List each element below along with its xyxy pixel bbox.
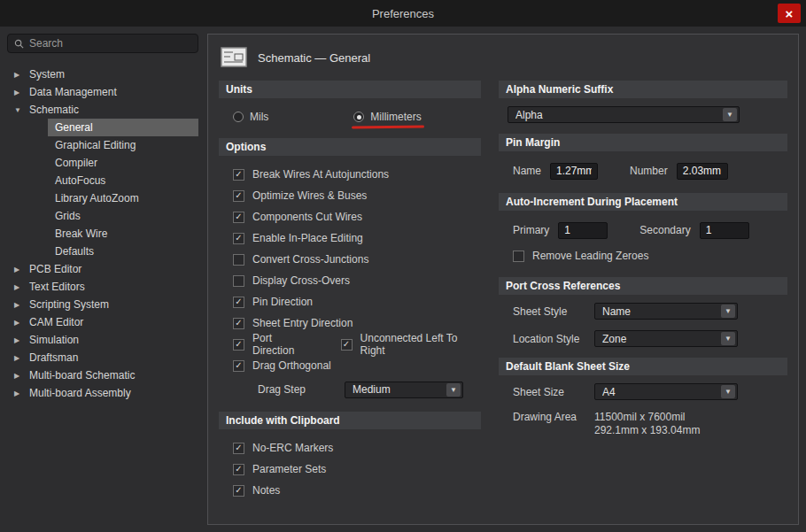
sidebar-item-pcb-editor[interactable]: ▶ PCB Editor: [7, 260, 198, 278]
checkbox-icon: [233, 275, 244, 287]
sheet-size-row: Sheet Size A4 ▼: [499, 383, 787, 400]
checkbox-remove-leading-zeroes[interactable]: Remove Leading Zeroes: [499, 245, 787, 266]
sidebar-item-data-management[interactable]: ▶ Data Management: [7, 83, 198, 101]
checkbox-icon: ✓: [233, 485, 244, 497]
checkbox-icon: ✓: [233, 297, 244, 308]
chevron-right-icon[interactable]: ▶: [14, 266, 23, 274]
pin-margin-row: Name Number: [499, 159, 787, 182]
checkbox-break-wires-at-autojunctions[interactable]: ✓ Break Wires At Autojunctions: [219, 164, 481, 185]
schematic-icon: [221, 47, 247, 68]
preferences-dialog: ▶ System ▶ Data Management ▼ Schematic G…: [0, 27, 806, 532]
chevron-right-icon[interactable]: ▶: [14, 372, 23, 380]
search-icon: [14, 39, 24, 49]
search-box[interactable]: [7, 34, 198, 53]
close-button[interactable]: ×: [778, 4, 801, 23]
checkbox-port-direction[interactable]: ✓ Port Direction ✓ Unconnected Left To R…: [219, 334, 481, 355]
radio-millimeters[interactable]: Millimeters: [353, 111, 421, 123]
checkbox-pin-direction[interactable]: ✓ Pin Direction: [219, 291, 481, 312]
checkbox-display-cross-overs[interactable]: Display Cross-Overs: [219, 270, 481, 291]
sidebar-item-cam-editor[interactable]: ▶ CAM Editor: [7, 313, 198, 331]
sidebar-item-label: Text Editors: [29, 281, 85, 293]
checkbox-convert-cross-junctions[interactable]: Convert Cross-Junctions: [219, 249, 481, 270]
sheet-style-select[interactable]: Name ▼: [594, 303, 738, 320]
chevron-right-icon[interactable]: ▶: [14, 89, 23, 96]
sidebar-item-scripting-system[interactable]: ▶ Scripting System: [7, 296, 198, 313]
sidebar-item-simulation[interactable]: ▶ Simulation: [7, 331, 198, 349]
sidebar-item-multi-board-assembly[interactable]: ▶ Multi-board Assembly: [7, 384, 198, 402]
chevron-down-icon[interactable]: ▼: [14, 106, 23, 114]
secondary-field[interactable]: [700, 222, 749, 239]
sidebar-item-grids[interactable]: Grids: [48, 207, 198, 225]
primary-label: Primary: [513, 224, 549, 236]
checkbox-label: Pin Direction: [252, 296, 313, 308]
radio-label: Mils: [250, 111, 268, 123]
drag-step-select[interactable]: Medium ▼: [345, 382, 463, 398]
radio-icon: [353, 112, 364, 122]
primary-field[interactable]: [558, 222, 608, 239]
checkbox-optimize-wires-buses[interactable]: ✓ Optimize Wires & Buses: [219, 185, 481, 206]
chevron-right-icon[interactable]: ▶: [14, 354, 23, 362]
sidebar-item-general[interactable]: General: [48, 119, 198, 136]
checkbox-no-erc-markers[interactable]: ✓ No-ERC Markers: [219, 437, 481, 459]
checkbox-icon: ✓: [233, 339, 244, 351]
alpha-suffix-select[interactable]: Alpha ▼: [508, 106, 740, 123]
chevron-right-icon[interactable]: ▶: [14, 71, 23, 79]
section-header-auto-increment: Auto-Increment During Placement: [499, 193, 787, 211]
content-panel: Schematic — General Units Mils Millimete…: [207, 34, 799, 525]
section-header-pin-margin: Pin Margin: [499, 134, 787, 151]
sidebar-item-text-editors[interactable]: ▶ Text Editors: [7, 278, 198, 296]
checkbox-icon: ✓: [233, 190, 244, 202]
checkbox-sheet-entry-direction[interactable]: ✓ Sheet Entry Direction: [219, 312, 481, 334]
location-style-row: Location Style Zone ▼: [499, 330, 787, 347]
window-title: Preferences: [372, 7, 434, 20]
radio-icon: [233, 112, 244, 122]
sidebar-item-break-wire[interactable]: Break Wire: [48, 225, 198, 243]
sheet-style-value: Name: [602, 305, 721, 318]
sidebar-item-library-autozoom[interactable]: Library AutoZoom: [48, 189, 198, 207]
sidebar-item-system[interactable]: ▶ System: [7, 66, 198, 83]
sidebar-item-label: Compiler: [55, 157, 97, 169]
checkbox-notes[interactable]: ✓ Notes: [219, 480, 481, 501]
checkbox-icon: ✓: [233, 169, 244, 181]
checkbox-icon: [513, 251, 524, 262]
sidebar-item-draftsman[interactable]: ▶ Draftsman: [7, 349, 198, 366]
sidebar-item-schematic[interactable]: ▼ Schematic: [7, 101, 198, 119]
pin-margin-number-field[interactable]: [677, 163, 728, 180]
chevron-right-icon[interactable]: ▶: [14, 283, 23, 291]
sidebar-item-compiler[interactable]: Compiler: [48, 154, 198, 172]
chevron-right-icon[interactable]: ▶: [14, 319, 23, 327]
chevron-down-icon: ▼: [723, 108, 737, 121]
checkbox-parameter-sets[interactable]: ✓ Parameter Sets: [219, 459, 481, 480]
checkbox-enable-in-place-editing[interactable]: ✓ Enable In-Place Editing: [219, 227, 481, 249]
sidebar-item-defaults[interactable]: Defaults: [48, 243, 198, 260]
location-style-value: Zone: [602, 333, 721, 345]
radio-mils[interactable]: Mils: [233, 111, 268, 123]
checkbox-label: Sheet Entry Direction: [252, 317, 353, 329]
chevron-right-icon[interactable]: ▶: [14, 336, 23, 344]
checkbox-label: Enable In-Place Editing: [252, 232, 363, 244]
sheet-size-value: A4: [602, 386, 721, 398]
auto-increment-row: Primary Secondary: [499, 219, 787, 242]
alpha-suffix-row: Alpha ▼: [499, 106, 787, 123]
pin-margin-name-field[interactable]: [550, 163, 598, 180]
sidebar-item-label: Graphical Editing: [55, 139, 136, 151]
sidebar-item-autofocus[interactable]: AutoFocus: [48, 172, 198, 189]
checkbox-label: Break Wires At Autojunctions: [252, 168, 389, 181]
sidebar-item-multi-board-schematic[interactable]: ▶ Multi-board Schematic: [7, 366, 198, 384]
checkbox-label: Components Cut Wires: [252, 211, 362, 223]
chevron-right-icon[interactable]: ▶: [14, 301, 23, 309]
sheet-size-select[interactable]: A4 ▼: [594, 383, 738, 400]
location-style-select[interactable]: Zone ▼: [594, 330, 738, 347]
search-input[interactable]: [29, 37, 191, 50]
checkbox-drag-orthogonal[interactable]: ✓ Drag Orthogonal: [219, 355, 481, 376]
chevron-right-icon[interactable]: ▶: [14, 389, 23, 397]
section-header-port-cross-references: Port Cross References: [499, 277, 787, 295]
checkbox-icon: ✓: [233, 318, 244, 329]
pin-margin-name-label: Name: [513, 165, 541, 177]
radio-label: Millimeters: [370, 111, 421, 123]
sidebar-item-label: AutoFocus: [55, 174, 105, 187]
sidebar-item-graphical-editing[interactable]: Graphical Editing: [48, 136, 198, 154]
checkbox-components-cut-wires[interactable]: ✓ Components Cut Wires: [219, 206, 481, 227]
checkbox-label: Unconnected Left To Right: [360, 332, 481, 357]
checkbox-unconnected-left-to-right[interactable]: ✓ Unconnected Left To Right: [341, 332, 481, 357]
